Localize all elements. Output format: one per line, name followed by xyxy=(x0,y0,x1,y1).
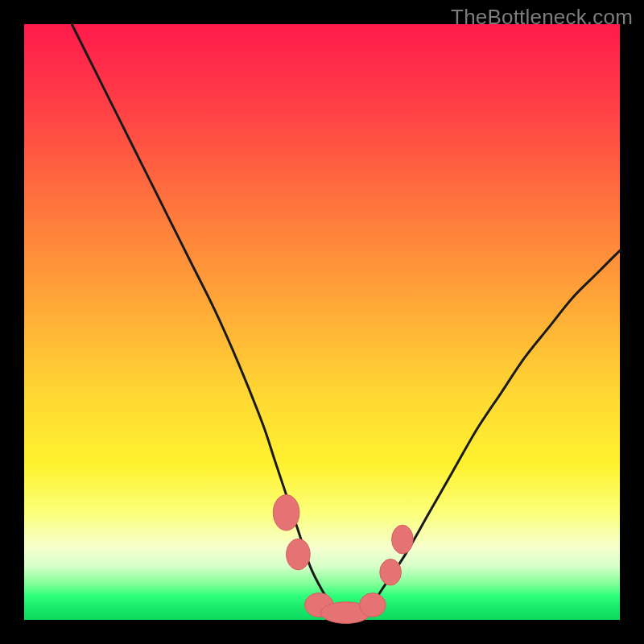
marker-left-upper xyxy=(273,495,299,530)
marker-right-upper xyxy=(392,525,414,554)
marker-valley-right xyxy=(360,593,386,617)
marker-right-lower xyxy=(380,559,402,586)
chart-svg xyxy=(24,24,620,620)
marker-left-lower xyxy=(287,539,311,569)
watermark-text: TheBottleneck.com xyxy=(451,5,633,30)
curve-line xyxy=(72,24,620,615)
plot-area xyxy=(24,24,620,620)
curve-path xyxy=(72,24,620,615)
chart-frame: TheBottleneck.com xyxy=(0,0,644,644)
curve-markers xyxy=(273,495,413,624)
